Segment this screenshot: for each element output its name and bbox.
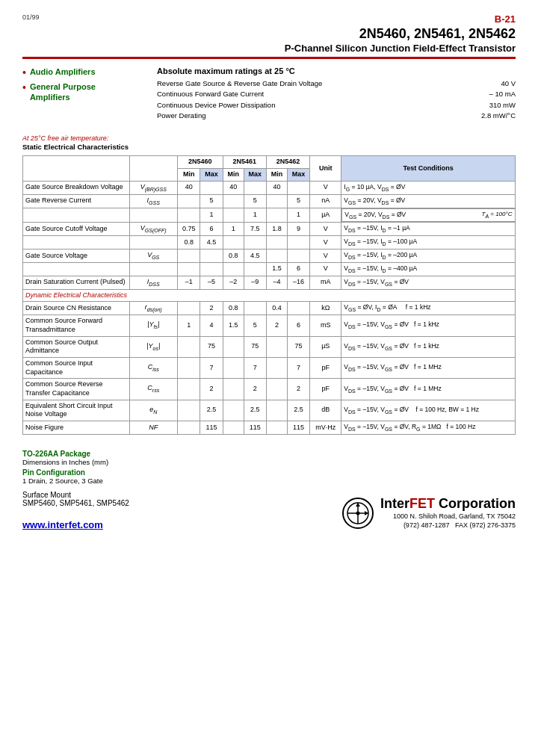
ratings-table: Reverse Gate Source & Reverse Gate Drain… [157, 78, 516, 121]
surface-mount-block: Surface Mount SMP5460, SMP5461, SMP5462 [22, 491, 129, 507]
surface-mount-parts: SMP5460, SMP5461, SMP5462 [22, 499, 129, 507]
tc-vgs: VDS = –15V, ID = –200 µA [341, 249, 516, 262]
tc-en: VDS = –15V, VGS = ØV f = 100 Hz, BW = 1 … [341, 400, 516, 421]
tc-vgsoff: VDS = –15V, ID = –1 µA [341, 223, 516, 236]
val-vgsoff2-min3 [266, 236, 287, 250]
sym-ciss: Ciss [129, 357, 177, 378]
th-max-1: Max [200, 169, 223, 182]
row-vgs: Gate Source Voltage VGS 0.8 4.5 V VDS = … [23, 249, 516, 262]
val-igss-max1: 5 [200, 194, 223, 208]
param-en: Equivalent Short Circuit Input Noise Vol… [23, 400, 130, 421]
package-info: TO-226AA Package Dimensions in Inches (m… [22, 450, 129, 485]
val-vgs2-max3: 6 [287, 262, 309, 276]
val-bvgss-min1: 40 [177, 181, 200, 194]
rating-param-1: Reverse Gate Source & Reverse Gate Drain… [157, 78, 440, 89]
val-rdson-max1: 2 [200, 302, 223, 315]
pin-config-vals: 1 Drain, 2 Source, 3 Gate [22, 477, 129, 485]
rating-param-4: Power Derating [157, 111, 440, 121]
row-yfs: Common Source Forward Transadmittance |Y… [23, 315, 516, 336]
logo-phone: (972) 487-1287 [404, 521, 450, 529]
val-bvgss-min2: 40 [223, 181, 244, 194]
unit-idss: mA [310, 276, 341, 289]
val-bvgss-max2 [244, 181, 266, 194]
val-idss-max1: –5 [200, 276, 223, 289]
th-2n5461: 2N5461 [223, 156, 266, 169]
val-ciss-min1 [177, 357, 200, 378]
val-vgsoff2-max3 [287, 236, 309, 250]
val-igss2-max1: 1 [200, 208, 223, 223]
unit-igss: nA [310, 194, 341, 208]
val-igss2-min1 [177, 208, 200, 223]
val-ciss-min3 [266, 357, 287, 378]
logo-address: 1000 N. Shiloh Road, Garland, TX 75042 [380, 512, 516, 521]
header-page: B-21 [495, 13, 516, 25]
unit-en: dB [310, 400, 341, 421]
row-nf: Noise Figure NF 115 115 115 mV·Hz VDS = … [23, 421, 516, 435]
sym-bvgss: V(BR)GSS [129, 181, 177, 194]
bullet-icon-2: • [22, 81, 26, 94]
val-vgs-max1 [200, 249, 223, 262]
val-vgs-max2: 4.5 [244, 249, 266, 262]
th-symbol [129, 156, 177, 181]
val-yos-min2 [223, 336, 244, 357]
val-nf-min1 [177, 421, 200, 435]
tc-nf: VDS = –15V, VGS = ØV, RG = 1MΩ f = 100 H… [341, 421, 516, 435]
val-yfs-min3: 2 [266, 315, 287, 336]
unit-vgs: V [310, 249, 341, 262]
unit-crss: pF [310, 379, 341, 400]
row-en: Equivalent Short Circuit Input Noise Vol… [23, 400, 516, 421]
val-vgsoff2-max2 [244, 236, 266, 250]
unit-yos: µS [310, 336, 341, 357]
unit-ciss: pF [310, 357, 341, 378]
val-vgs-min2: 0.8 [223, 249, 244, 262]
val-vgsoff-min2: 1 [223, 223, 244, 236]
row-vgsoff-2: 0.8 4.5 V VDS = –15V, ID = –100 µA [23, 236, 516, 250]
package-title: TO-226AA Package [22, 450, 129, 458]
val-yfs-max1: 4 [200, 315, 223, 336]
val-vgsoff-max3: 9 [287, 223, 309, 236]
rating-row-1: Reverse Gate Source & Reverse Gate Drain… [157, 78, 516, 89]
val-vgsoff2-max1: 4.5 [200, 236, 223, 250]
th-tc: Test Conditions [341, 156, 516, 181]
val-igss-min3 [266, 194, 287, 208]
param-igss-2 [23, 208, 130, 223]
th-min-2: Min [223, 169, 244, 182]
val-igss-min2 [223, 194, 244, 208]
ratings-title: Absolute maximum ratings at 25 °C [157, 66, 516, 75]
tc-yos: VDS = –15V, VGS = ØV f = 1 kHz [341, 336, 516, 357]
logo-company-name: InterFET Corporation [380, 497, 516, 512]
val-vgsoff-max1: 6 [200, 223, 223, 236]
sym-vgsoff-2 [129, 236, 177, 250]
website-link[interactable]: www.interfet.com [22, 519, 129, 530]
rating-val-3: 310 mW [440, 100, 516, 111]
row-vgs-2: 1.5 6 V VDS = –15V, ID = –400 µA [23, 262, 516, 276]
row-yos: Common Source Output Admittance |Yos| 75… [23, 336, 516, 357]
val-yfs-min2: 1.5 [223, 315, 244, 336]
sym-en: eN [129, 400, 177, 421]
val-nf-min2 [223, 421, 244, 435]
row-crss: Common Source Reverse Transfer Capacitan… [23, 379, 516, 400]
val-crss-min2 [223, 379, 244, 400]
th-max-3: Max [287, 169, 309, 182]
val-ciss-min2 [223, 357, 244, 378]
feature-1: • Audio Amplifiers [22, 66, 142, 79]
val-idss-min1: –1 [177, 276, 200, 289]
sym-yfs: |Yfs| [129, 315, 177, 336]
header: 01/99 B-21 [22, 13, 516, 25]
part-numbers: 2N5460, 2N5461, 2N5462 [22, 26, 516, 42]
val-vgsoff2-min2 [223, 236, 244, 250]
row-igss-ua: 1 1 1 µA VGS = 20V, VDS = ØV TA = 100°C [23, 208, 516, 223]
row-igss-na: Gate Reverse Current IGSS 5 5 5 nA VGS =… [23, 194, 516, 208]
unit-bvgss: V [310, 181, 341, 194]
unit-yfs: mS [310, 315, 341, 336]
features-block: • Audio Amplifiers • General PurposeAmpl… [22, 66, 142, 121]
unit-igss2: µA [310, 208, 341, 223]
val-ciss-max1: 7 [200, 357, 223, 378]
table-label-left: At 25°C free air temperature: Static Ele… [22, 134, 129, 154]
unit-rdson: kΩ [310, 302, 341, 315]
val-en-max1: 2.5 [200, 400, 223, 421]
interfet-logo-icon [341, 497, 374, 530]
row-bvgss: Gate Source Breakdown Voltage V(BR)GSS 4… [23, 181, 516, 194]
param-vgsoff: Gate Source Cutoff Voltage [23, 223, 130, 236]
param-vgsoff-2 [23, 236, 130, 250]
